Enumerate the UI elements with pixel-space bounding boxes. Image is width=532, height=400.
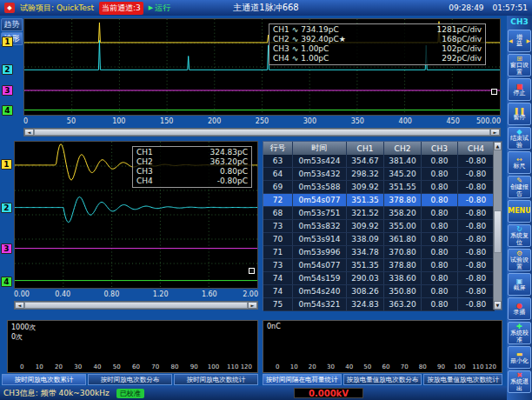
table-row[interactable]: 690m53s588309.92351.550.80-0.80 [263, 181, 495, 194]
x-tick-label: 40 [94, 363, 102, 370]
hist-x-axis: 0102030405060708090100110120 [276, 363, 496, 371]
table-cell: 72 [263, 194, 293, 206]
pulse-scope-panel[interactable]: CH1∿734.19pC1281pC/divCH2∿392.40pC★168pC… [23, 18, 501, 116]
bottom-tab[interactable]: 按时间间隔在电荷量统计 [263, 374, 342, 385]
x-tick-label: 350 [351, 117, 364, 125]
bottom-tab[interactable]: 按放电量值放电次数分布 [343, 374, 422, 385]
table-cell: 345.20 [384, 168, 422, 180]
waveform-scope-panel[interactable]: CH1324.83pCCH2363.20pCCH30.80pCCH4-0.80p… [14, 141, 258, 289]
bottom-tab[interactable]: 按时间放电次数统计 [174, 374, 258, 385]
bottom-tab-group-left: 按时间放电次数累计按时间放电次数分布按时间放电次数统计 [2, 374, 258, 385]
x-tick-label: 250 [256, 117, 269, 125]
toolbar-button-pause[interactable]: ❚❚暂停 [508, 103, 531, 125]
bottom-tab[interactable]: 按放电量值放电次数统计 [423, 374, 502, 385]
legend-scale: 292pC/div [442, 54, 482, 63]
scroll-right-button[interactable]: ► [490, 129, 500, 136]
channel-badge-ch4[interactable]: 4 [2, 105, 13, 116]
table-header-cell: 时间 [293, 142, 347, 155]
toolbar-button-ruler[interactable]: ↔标尺 [508, 151, 531, 174]
channel-badge-ch2[interactable]: 2 [1, 203, 12, 213]
scroll-right-button[interactable]: ► [248, 302, 257, 309]
toolbar-button-test-settings[interactable]: ⚙试验设置 [508, 249, 531, 271]
toolbar-button-exit[interactable]: ✖系统退出 [508, 370, 531, 393]
toolbar: CH3 ◀增益▶⊞窗口设置■停止❚❚暂停◆结束试验↔标尺✎创建报告MENU↻系统… [507, 16, 532, 400]
table-row[interactable]: 750m54s321324.83363.200.80-0.80 [263, 298, 495, 311]
toolbar-button-calibrate[interactable]: ✚系统校准 [508, 322, 531, 344]
toolbar-button-gain[interactable]: ◀增益▶ [508, 30, 531, 52]
table-cell: 381.40 [384, 155, 422, 167]
channel-badge-ch4[interactable]: 4 [1, 277, 12, 287]
x-tick-label: 0.80 [103, 290, 119, 298]
table-header-cell: CH2 [384, 142, 422, 155]
table-row[interactable]: 740m54s159290.03338.600.80-0.80 [263, 272, 495, 285]
table-row[interactable]: 640m53s432298.32345.200.80-0.80 [263, 168, 495, 181]
waveform-scrollbar[interactable]: ◄ ► [14, 301, 258, 310]
toolbar-button-menu[interactable]: MENU [508, 200, 531, 223]
clock: 09:28:49 [449, 3, 483, 12]
toolbar-button-create-report[interactable]: ✎创建报告 [508, 176, 531, 198]
table-cell: -0.80 [458, 220, 495, 232]
table-row[interactable]: 680m53s751321.52358.200.80-0.80 [263, 207, 495, 220]
table-cell: 0.80 [422, 181, 458, 193]
channel-badge-ch2[interactable]: 2 [2, 64, 13, 75]
view-tab-trend[interactable]: 趋势 [1, 18, 23, 31]
bottom-tab[interactable]: 按时间放电次数分布 [88, 374, 172, 385]
legend-row: CH2363.20pC [136, 157, 248, 167]
scroll-thumb[interactable] [494, 210, 502, 252]
table-cell: 68 [263, 207, 293, 219]
scroll-left-button[interactable]: ◄ [15, 302, 24, 309]
x-tick-label: 20 [309, 363, 316, 370]
channel-badge-ch3[interactable]: 3 [2, 85, 13, 96]
scroll-thumb[interactable] [34, 129, 490, 136]
x-tick-label: 50 [363, 363, 371, 370]
table-cell: 0m54s077 [293, 194, 347, 206]
table-row[interactable]: 730m54s077351.35378.800.80-0.80 [263, 259, 495, 272]
legend-value: 734.19pC [301, 25, 339, 35]
scroll-down-button[interactable]: ▼ [494, 301, 502, 310]
toolbar-button-minimize[interactable]: ▬最小化 [508, 346, 531, 369]
x-tick-label: 450 [446, 117, 459, 125]
scroll-thumb[interactable] [24, 302, 248, 309]
table-row[interactable]: 700m53s914338.09361.800.80-0.80 [263, 233, 495, 246]
wave-icon: ∿ [292, 54, 299, 63]
x-tick-label: 100 [208, 363, 219, 370]
table-cell: -0.80 [458, 233, 495, 245]
x-tick-label: 1.20 [153, 290, 169, 298]
table-cell: -0.80 [458, 259, 495, 271]
channel-badge-ch1[interactable]: 1 [1, 159, 12, 170]
scroll-up-button[interactable]: ▲ [494, 142, 502, 150]
channel-badge-ch3[interactable]: 3 [1, 243, 12, 254]
clock-group: 09:28:49 01:57:51 [449, 3, 528, 12]
bottom-tab[interactable]: 按时间放电次数累计 [2, 374, 86, 385]
table-cell: 69 [263, 181, 293, 193]
table-row[interactable]: 740m54s240308.26350.800.80-0.80 [263, 285, 495, 298]
gain-decrease-icon[interactable]: ◀ [509, 37, 513, 44]
legend-value: 324.83pC [210, 148, 249, 157]
gain-increase-icon[interactable]: ▶ [526, 37, 530, 44]
table-cell: 290.03 [347, 272, 384, 284]
run-label: 运行 [155, 3, 170, 14]
x-tick-label: 110 [227, 363, 238, 370]
charge-histogram-panel: 0nC 0102030405060708090100110120 [263, 320, 502, 373]
x-tick-label: 40 [345, 363, 353, 370]
table-row[interactable]: 730m53s832309.92355.000.80-0.80 [263, 220, 495, 233]
table-cell: 298.32 [347, 168, 384, 180]
pulse-scrollbar[interactable]: ◄ ► [23, 128, 501, 137]
waveform-cursor-handle[interactable] [249, 268, 255, 274]
toolbar-button-screenshot[interactable]: ▣截屏 [508, 273, 531, 296]
toolbar-button-system-reset[interactable]: ↻系统复位 [508, 224, 531, 247]
table-row[interactable]: 720m54s077351.35378.800.80-0.80 [263, 194, 495, 207]
table-cell: 363.20 [384, 298, 422, 310]
table-row[interactable]: 710m53s996334.78370.800.80-0.80 [263, 246, 495, 259]
toolbar-button-stop[interactable]: ■停止 [508, 78, 531, 101]
toolbar-button-window-settings[interactable]: ⊞窗口设置 [508, 54, 531, 77]
table-cell: -0.80 [458, 272, 495, 284]
table-row[interactable]: 630m53s424354.67381.400.80-0.80 [263, 155, 495, 168]
channel-badge-ch1[interactable]: 1 [2, 37, 13, 47]
scroll-left-button[interactable]: ◄ [24, 129, 34, 136]
scroll-track[interactable] [494, 150, 502, 301]
table-scrollbar[interactable]: ▲ ▼ [493, 142, 502, 310]
toolbar-button-record[interactable]: ●录播 [508, 297, 531, 320]
toolbar-button-end-test[interactable]: ◆结束试验 [508, 127, 531, 150]
pulse-cursor-handle[interactable] [491, 89, 497, 95]
